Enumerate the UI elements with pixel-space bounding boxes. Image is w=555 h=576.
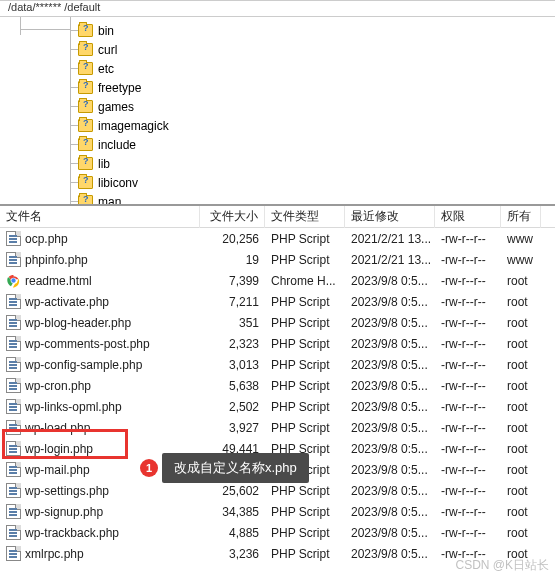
file-row[interactable]: wp-cron.php5,638PHP Script2023/9/8 0:5..… xyxy=(0,375,555,396)
file-date: 2023/9/8 0:5... xyxy=(345,526,435,540)
php-file-icon xyxy=(6,441,21,456)
column-header-owner[interactable]: 所有 xyxy=(501,206,541,228)
file-name-label: wp-links-opml.php xyxy=(25,400,122,414)
php-file-icon xyxy=(6,462,21,477)
tree-item[interactable]: ?freetype xyxy=(0,78,555,97)
file-perm: -rw-r--r-- xyxy=(435,400,501,414)
file-date: 2023/9/8 0:5... xyxy=(345,547,435,561)
php-file-icon xyxy=(6,294,21,309)
file-size: 7,399 xyxy=(200,274,265,288)
file-name-label: wp-blog-header.php xyxy=(25,316,131,330)
file-row[interactable]: ocp.php20,256PHP Script2021/2/21 13...-r… xyxy=(0,228,555,249)
file-type: PHP Script xyxy=(265,547,345,561)
column-header-perm[interactable]: 权限 xyxy=(435,206,501,228)
file-date: 2023/9/8 0:5... xyxy=(345,274,435,288)
file-perm: -rw-r--r-- xyxy=(435,358,501,372)
file-size: 2,502 xyxy=(200,400,265,414)
php-file-icon xyxy=(6,483,21,498)
file-size: 351 xyxy=(200,316,265,330)
tree-item[interactable]: ?man xyxy=(0,192,555,206)
file-row[interactable]: wp-trackback.php4,885PHP Script2023/9/8 … xyxy=(0,522,555,543)
file-name-label: wp-login.php xyxy=(25,442,93,456)
file-row[interactable]: wp-activate.php7,211PHP Script2023/9/8 0… xyxy=(0,291,555,312)
php-file-icon xyxy=(6,357,21,372)
file-type: PHP Script xyxy=(265,379,345,393)
folder-icon: ? xyxy=(78,100,93,113)
annotation-tooltip: 改成自定义名称x.php xyxy=(162,453,309,483)
file-name-label: wp-trackback.php xyxy=(25,526,119,540)
file-owner: root xyxy=(501,463,541,477)
svg-point-2 xyxy=(11,278,15,282)
tree-item[interactable]: ?include xyxy=(0,135,555,154)
file-size: 20,256 xyxy=(200,232,265,246)
file-size: 3,236 xyxy=(200,547,265,561)
tree-item[interactable]: ?libiconv xyxy=(0,173,555,192)
file-name-label: readme.html xyxy=(25,274,92,288)
file-row[interactable]: wp-settings.php25,602PHP Script2023/9/8 … xyxy=(0,480,555,501)
file-date: 2023/9/8 0:5... xyxy=(345,295,435,309)
file-name-label: wp-cron.php xyxy=(25,379,91,393)
file-name-label: xmlrpc.php xyxy=(25,547,84,561)
folder-icon: ? xyxy=(78,24,93,37)
file-perm: -rw-r--r-- xyxy=(435,232,501,246)
folder-icon: ? xyxy=(78,157,93,170)
folder-icon: ? xyxy=(78,138,93,151)
file-row[interactable]: wp-signup.php34,385PHP Script2023/9/8 0:… xyxy=(0,501,555,522)
tree-item-label: lib xyxy=(98,157,110,171)
column-header-date[interactable]: 最近修改 xyxy=(345,206,435,228)
file-type: PHP Script xyxy=(265,253,345,267)
file-type: PHP Script xyxy=(265,358,345,372)
tree-item[interactable]: ?games xyxy=(0,97,555,116)
php-file-icon xyxy=(6,546,21,561)
file-row[interactable]: readme.html7,399Chrome H...2023/9/8 0:5.… xyxy=(0,270,555,291)
file-row[interactable]: phpinfo.php19PHP Script2021/2/21 13...-r… xyxy=(0,249,555,270)
file-type: PHP Script xyxy=(265,295,345,309)
column-header-type[interactable]: 文件类型 xyxy=(265,206,345,228)
tree-item-label: etc xyxy=(98,62,114,76)
watermark-text: CSDN @K日站长 xyxy=(455,557,549,574)
file-size: 2,323 xyxy=(200,337,265,351)
tree-item[interactable]: ?imagemagick xyxy=(0,116,555,135)
file-name-label: wp-activate.php xyxy=(25,295,109,309)
php-file-icon xyxy=(6,252,21,267)
file-row[interactable]: wp-blog-header.php351PHP Script2023/9/8 … xyxy=(0,312,555,333)
file-row[interactable]: wp-load.php3,927PHP Script2023/9/8 0:5..… xyxy=(0,417,555,438)
tree-item-label: curl xyxy=(98,43,117,57)
file-owner: root xyxy=(501,337,541,351)
file-row[interactable]: wp-links-opml.php2,502PHP Script2023/9/8… xyxy=(0,396,555,417)
php-file-icon xyxy=(6,336,21,351)
file-perm: -rw-r--r-- xyxy=(435,379,501,393)
folder-icon: ? xyxy=(78,176,93,189)
folder-tree[interactable]: ?bin?curl?etc?freetype?games?imagemagick… xyxy=(0,17,555,206)
file-owner: root xyxy=(501,316,541,330)
tree-item-label: bin xyxy=(98,24,114,38)
file-date: 2021/2/21 13... xyxy=(345,232,435,246)
file-row[interactable]: wp-comments-post.php2,323PHP Script2023/… xyxy=(0,333,555,354)
column-header-name[interactable]: 文件名 xyxy=(0,206,200,228)
file-owner: root xyxy=(501,526,541,540)
file-size: 4,885 xyxy=(200,526,265,540)
file-perm: -rw-r--r-- xyxy=(435,526,501,540)
file-list-header[interactable]: 文件名 文件大小 文件类型 最近修改 权限 所有 xyxy=(0,206,555,228)
file-perm: -rw-r--r-- xyxy=(435,463,501,477)
tree-item-label: imagemagick xyxy=(98,119,169,133)
tree-item[interactable]: ?bin xyxy=(0,21,555,40)
file-type: PHP Script xyxy=(265,232,345,246)
file-perm: -rw-r--r-- xyxy=(435,505,501,519)
tree-item[interactable]: ?lib xyxy=(0,154,555,173)
file-perm: -rw-r--r-- xyxy=(435,484,501,498)
tree-item[interactable]: ?etc xyxy=(0,59,555,78)
file-owner: www xyxy=(501,253,541,267)
file-row[interactable]: wp-config-sample.php3,013PHP Script2023/… xyxy=(0,354,555,375)
file-list-body: ocp.php20,256PHP Script2021/2/21 13...-r… xyxy=(0,228,555,564)
file-owner: root xyxy=(501,484,541,498)
file-owner: root xyxy=(501,379,541,393)
file-size: 7,211 xyxy=(200,295,265,309)
file-date: 2023/9/8 0:5... xyxy=(345,421,435,435)
php-file-icon xyxy=(6,504,21,519)
file-name-label: wp-signup.php xyxy=(25,505,103,519)
file-owner: root xyxy=(501,295,541,309)
tree-item[interactable]: ?curl xyxy=(0,40,555,59)
file-owner: root xyxy=(501,358,541,372)
column-header-size[interactable]: 文件大小 xyxy=(200,206,265,228)
